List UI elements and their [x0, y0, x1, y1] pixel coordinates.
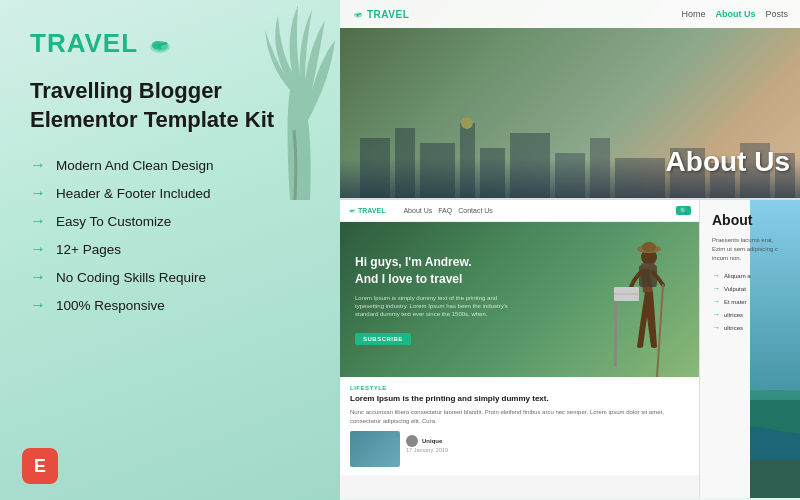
bottom-right-preview: About Praesents lacums erat, Ezim ut sem…: [700, 200, 800, 498]
about-list-item-1: → Aliquam a: [712, 271, 788, 280]
about-preview-inner: About Praesents lacums erat, Ezim ut sem…: [700, 200, 800, 344]
elementor-badge-label: E: [34, 456, 46, 477]
logo-text: TRAVEL: [30, 28, 138, 59]
feature-item-5: → No Coding Skills Require: [30, 268, 310, 286]
hero-section: Hi guys, I'm Andrew. And I love to trave…: [340, 222, 699, 377]
blog-author-info: Unique 17 January, 2019: [406, 431, 448, 453]
mini-link-faq[interactable]: FAQ: [438, 207, 452, 214]
publish-date: 17 January, 2019: [406, 447, 448, 453]
blog-title: Lorem Ipsum is the printing and simply d…: [350, 394, 689, 404]
left-panel: TRAVEL Travelling Blogger Elementor Temp…: [0, 0, 340, 500]
feature-item-6: → 100% Responsive: [30, 296, 310, 314]
about-bullet-4: →: [712, 310, 720, 319]
mini-nav: TRAVEL About Us FAQ Contact Us 🔍: [340, 200, 699, 222]
about-bullet-3: →: [712, 297, 720, 306]
about-bullet-2: →: [712, 284, 720, 293]
mini-nav-links: About Us FAQ Contact Us: [403, 207, 492, 214]
top-nav-links: Home About Us Posts: [681, 9, 788, 19]
blog-bottom-row: Unique 17 January, 2019: [350, 431, 689, 467]
hero-subtext: Lorem Ipsum is simply dummy text of the …: [355, 294, 515, 319]
arrow-icon-1: →: [30, 156, 46, 174]
elementor-badge: E: [22, 448, 58, 484]
arrow-icon-5: →: [30, 268, 46, 286]
about-preview-title: About: [712, 212, 788, 228]
blog-section: LIFESTYLE Lorem Ipsum is the printing an…: [340, 377, 699, 475]
mini-search-button[interactable]: 🔍: [676, 206, 691, 215]
feature-item-1: → Modern And Clean Design: [30, 156, 310, 174]
hero-text-block: Hi guys, I'm Andrew. And I love to trave…: [355, 254, 515, 345]
author-avatar: [406, 435, 418, 447]
feature-item-4: → 12+ Pages: [30, 240, 310, 258]
feature-list: → Modern And Clean Design → Header & Foo…: [30, 156, 310, 314]
svg-rect-21: [641, 263, 655, 269]
svg-point-23: [642, 242, 656, 252]
svg-rect-30: [750, 460, 800, 498]
nav-link-about[interactable]: About Us: [715, 9, 755, 19]
arrow-icon-6: →: [30, 296, 46, 314]
blog-author-row: Unique: [406, 435, 448, 447]
mini-link-contact[interactable]: Contact Us: [458, 207, 493, 214]
top-preview: TRAVEL Home About Us Posts: [340, 0, 800, 200]
about-bullet-1: →: [712, 271, 720, 280]
subscribe-button[interactable]: SUBSCRIBE: [355, 333, 411, 345]
blog-thumbnail: [350, 431, 400, 467]
right-panel: TRAVEL Home About Us Posts: [340, 0, 800, 500]
nav-link-home[interactable]: Home: [681, 9, 705, 19]
arrow-icon-3: →: [30, 212, 46, 230]
author-name: Unique: [422, 438, 442, 444]
blog-category: LIFESTYLE: [350, 385, 689, 391]
about-list-item-2: → Vulputat: [712, 284, 788, 293]
bottom-preview: TRAVEL About Us FAQ Contact Us 🔍 Hi guys…: [340, 200, 800, 498]
arrow-icon-2: →: [30, 184, 46, 202]
nav-link-posts[interactable]: Posts: [765, 9, 788, 19]
about-preview-text: Praesents lacums erat, Ezim ut sem adipi…: [712, 236, 788, 263]
about-list-item-4: → ultrices: [712, 310, 788, 319]
arrow-icon-4: →: [30, 240, 46, 258]
mini-link-about[interactable]: About Us: [403, 207, 432, 214]
hero-heading: Hi guys, I'm Andrew. And I love to trave…: [355, 254, 515, 288]
about-list-item-5: → ultrices: [712, 323, 788, 332]
logo-row: TRAVEL: [30, 28, 310, 59]
feature-item-3: → Easy To Customize: [30, 212, 310, 230]
nav-logo: TRAVEL: [352, 9, 409, 20]
about-us-title: About Us: [666, 146, 790, 178]
about-list: → Aliquam a → Vulputat → Et mater → ultr…: [712, 271, 788, 332]
bottom-left-preview: TRAVEL About Us FAQ Contact Us 🔍 Hi guys…: [340, 200, 700, 498]
feature-item-2: → Header & Footer Included: [30, 184, 310, 202]
blog-description: Nunc accumsan libero consectetur laoreet…: [350, 408, 689, 425]
main-title: Travelling Blogger Elementor Template Ki…: [30, 77, 310, 134]
plane-cloud-icon: [146, 30, 174, 58]
about-bullet-5: →: [712, 323, 720, 332]
mini-nav-logo: TRAVEL: [348, 207, 385, 214]
top-nav: TRAVEL Home About Us Posts: [340, 0, 800, 28]
about-list-item-3: → Et mater: [712, 297, 788, 306]
